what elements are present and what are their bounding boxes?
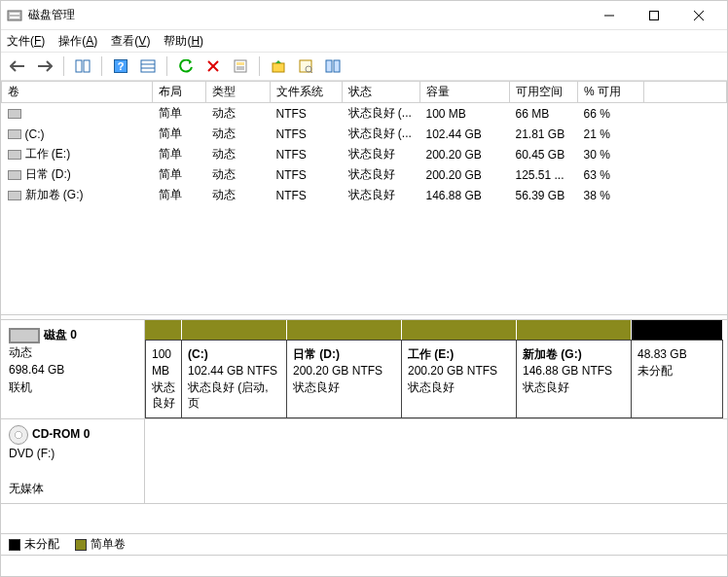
partition[interactable]: 工作 (E:)200.20 GB NTFS状态良好 — [402, 340, 517, 418]
menu-view[interactable]: 查看(V) — [111, 33, 150, 50]
disk-0-size: 698.64 GB — [9, 363, 64, 377]
table-row[interactable]: 日常 (D:)简单动态NTFS状态良好200.20 GB125.51 ...63… — [2, 164, 727, 185]
view-list-icon[interactable] — [137, 55, 159, 77]
disk-0-title: 磁盘 0 — [44, 328, 77, 342]
cdrom-header[interactable]: CD-ROM 0 DVD (F:) 无媒体 — [1, 419, 145, 503]
cdrom-sub: DVD (F:) — [9, 447, 55, 460]
partition[interactable]: 48.83 GB未分配 — [632, 340, 723, 418]
table-row[interactable]: 简单动态NTFS状态良好 (...100 MB66 MB66 % — [2, 103, 727, 125]
disk-0-stripes — [145, 320, 727, 340]
col-capacity[interactable]: 容量 — [420, 82, 510, 103]
disk-0-status: 联机 — [9, 380, 32, 394]
col-pctfree[interactable]: % 可用 — [578, 82, 644, 103]
toolbar-separator — [63, 56, 64, 76]
cdrom-icon — [9, 425, 28, 445]
col-status[interactable]: 状态 — [343, 82, 420, 103]
table-row[interactable]: 工作 (E:)简单动态NTFS状态良好200.20 GB60.45 GB30 % — [2, 144, 727, 164]
partition-stripe — [402, 320, 517, 340]
action2-icon[interactable] — [295, 55, 316, 77]
col-fs[interactable]: 文件系统 — [271, 82, 343, 103]
svg-rect-2 — [10, 17, 19, 18]
svg-rect-9 — [76, 60, 82, 72]
back-button[interactable] — [7, 55, 28, 77]
toolbar-separator — [259, 56, 260, 76]
cdrom-status: 无媒体 — [9, 482, 44, 495]
status-bar — [1, 555, 727, 576]
action3-icon[interactable] — [322, 55, 344, 77]
toolbar-separator — [166, 56, 167, 76]
help-icon[interactable]: ? — [110, 55, 131, 77]
svg-text:?: ? — [118, 60, 125, 72]
refresh-icon[interactable] — [175, 55, 197, 77]
menu-file[interactable]: 文件(F) — [7, 33, 45, 50]
properties-icon[interactable] — [230, 55, 251, 77]
disk-0-partitions: 100 MB状态良好(C:)102.44 GB NTFS状态良好 (启动, 页日… — [145, 340, 727, 418]
partition-stripe — [145, 320, 182, 340]
cdrom-row[interactable]: CD-ROM 0 DVD (F:) 无媒体 — [1, 419, 727, 504]
app-icon — [7, 8, 22, 23]
svg-rect-13 — [141, 60, 155, 72]
svg-rect-10 — [84, 60, 90, 72]
action-icon[interactable] — [268, 55, 289, 77]
disk-icon — [9, 328, 40, 343]
close-button[interactable] — [676, 1, 721, 29]
svg-rect-4 — [650, 11, 659, 19]
view-grid-icon[interactable] — [72, 55, 93, 77]
toolbar-separator — [101, 56, 102, 76]
maximize-button[interactable] — [632, 1, 676, 29]
window-controls — [587, 1, 721, 29]
volume-list[interactable]: 卷 布局 类型 文件系统 状态 容量 可用空间 % 可用 简单动态NTFS状态良… — [1, 81, 727, 314]
table-header-row: 卷 布局 类型 文件系统 状态 容量 可用空间 % 可用 — [2, 82, 727, 103]
disk-0-body: 100 MB状态良好(C:)102.44 GB NTFS状态良好 (启动, 页日… — [145, 320, 727, 418]
partition[interactable]: 日常 (D:)200.20 GB NTFS状态良好 — [287, 340, 402, 418]
window-title: 磁盘管理 — [28, 7, 587, 23]
forward-button[interactable] — [34, 55, 55, 77]
volume-icon — [8, 150, 21, 160]
menu-bar: 文件(F) 操作(A) 查看(V) 帮助(H) — [1, 30, 727, 52]
volume-icon — [8, 109, 21, 119]
volume-icon — [8, 129, 21, 139]
svg-rect-19 — [237, 62, 244, 65]
legend-unallocated: 未分配 — [9, 536, 59, 553]
col-free[interactable]: 可用空间 — [510, 82, 578, 103]
disk-management-window: 磁盘管理 文件(F) 操作(A) 查看(V) 帮助(H) ? — [0, 0, 728, 577]
partition[interactable]: 100 MB状态良好 — [145, 340, 182, 418]
disk-0-row[interactable]: 磁盘 0 动态 698.64 GB 联机 100 MB状态良好(C:)102.4… — [1, 320, 727, 419]
table-row[interactable]: (C:)简单动态NTFS状态良好 (...102.44 GB21.81 GB21… — [2, 124, 727, 144]
minimize-button[interactable] — [587, 1, 632, 29]
col-type[interactable]: 类型 — [206, 82, 271, 103]
svg-rect-22 — [273, 63, 284, 72]
disk-0-header[interactable]: 磁盘 0 动态 698.64 GB 联机 — [1, 320, 145, 418]
title-bar[interactable]: 磁盘管理 — [1, 1, 727, 30]
volume-icon — [8, 170, 21, 180]
legend: 未分配 简单卷 — [1, 533, 727, 555]
partition[interactable]: 新加卷 (G:)146.88 GB NTFS状态良好 — [517, 340, 632, 418]
svg-rect-0 — [8, 11, 21, 20]
volume-table: 卷 布局 类型 文件系统 状态 容量 可用空间 % 可用 简单动态NTFS状态良… — [1, 81, 727, 205]
col-spare[interactable] — [644, 82, 727, 103]
col-volume[interactable]: 卷 — [2, 82, 153, 103]
cdrom-body — [145, 419, 727, 503]
menu-action[interactable]: 操作(A) — [58, 33, 97, 50]
partition-stripe — [182, 320, 287, 340]
partition[interactable]: (C:)102.44 GB NTFS状态良好 (启动, 页 — [182, 340, 287, 418]
svg-rect-27 — [334, 60, 340, 72]
svg-line-25 — [310, 71, 312, 73]
partition-stripe — [517, 320, 632, 340]
volume-icon — [8, 191, 21, 200]
cdrom-title: CD-ROM 0 — [32, 427, 90, 441]
partition-stripe — [632, 320, 723, 340]
toolbar: ? — [1, 52, 727, 81]
col-layout[interactable]: 布局 — [153, 82, 206, 103]
svg-rect-1 — [10, 13, 19, 15]
delete-icon[interactable] — [202, 55, 224, 77]
svg-rect-26 — [326, 60, 332, 72]
disk-0-type: 动态 — [9, 345, 32, 359]
table-row[interactable]: 新加卷 (G:)简单动态NTFS状态良好146.88 GB56.39 GB38 … — [2, 185, 727, 205]
svg-rect-18 — [235, 60, 246, 72]
partition-stripe — [287, 320, 402, 340]
menu-help[interactable]: 帮助(H) — [164, 33, 203, 50]
legend-simple: 简单卷 — [75, 536, 126, 553]
disk-graphical-view: 磁盘 0 动态 698.64 GB 联机 100 MB状态良好(C:)102.4… — [1, 320, 727, 533]
